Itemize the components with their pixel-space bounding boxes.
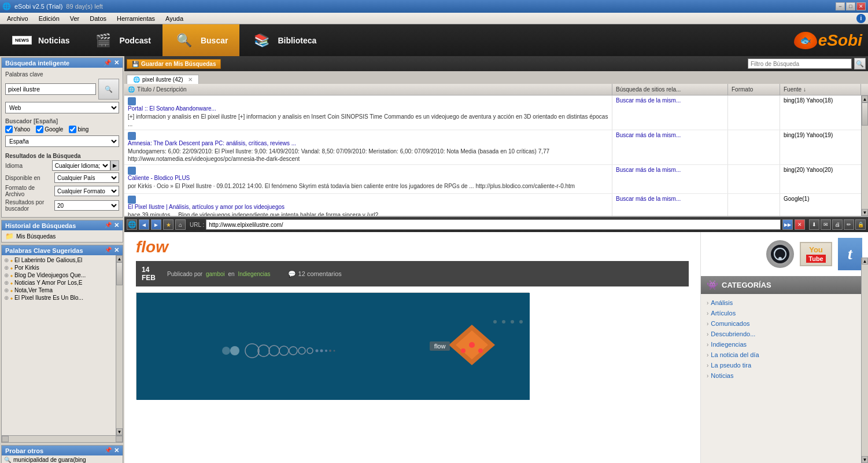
row2-link[interactable]: Caliente - Blodico PLUS bbox=[128, 175, 608, 181]
navigate-button[interactable]: ▶▶ bbox=[782, 219, 793, 230]
kw-item-1[interactable]: ⊕ ⬥ Por Kirkis bbox=[3, 264, 114, 271]
keywords-scrollbar[interactable]: ▲ ▼ bbox=[116, 255, 123, 435]
menu-herramientas[interactable]: Herramientas bbox=[112, 14, 160, 23]
cat-item-1[interactable]: › Artículos bbox=[707, 308, 862, 318]
menu-datos[interactable]: Datos bbox=[85, 14, 111, 23]
tab-buscar[interactable]: 🔍 Buscar bbox=[162, 24, 239, 56]
sidebar-scrollbar[interactable]: ▲ ▼ bbox=[861, 258, 868, 463]
history-pin-icon[interactable]: 📌 bbox=[105, 222, 112, 229]
sidebar-scroll-up[interactable]: ▲ bbox=[862, 258, 868, 264]
menubar: Archivo Edición Ver Datos Herramientas A… bbox=[0, 13, 868, 24]
filter-input[interactable] bbox=[748, 58, 852, 69]
edit-btn[interactable]: ✏ bbox=[844, 219, 854, 230]
post-author-link[interactable]: gamboi bbox=[206, 271, 225, 277]
close-button[interactable]: ✕ bbox=[856, 2, 866, 10]
download-btn[interactable]: ⬇ bbox=[809, 219, 819, 230]
tab-noticias[interactable]: NEWS Noticias bbox=[0, 24, 81, 56]
google-checkbox[interactable] bbox=[36, 126, 43, 133]
lock-btn[interactable]: 🔒 bbox=[855, 219, 866, 230]
try-others-close-icon[interactable]: ✕ bbox=[114, 447, 119, 454]
url-input[interactable] bbox=[206, 219, 781, 230]
cat-item-2[interactable]: › Comunicados bbox=[707, 318, 862, 329]
col-header-search[interactable]: Búsqueda de sitios rela... bbox=[612, 84, 728, 95]
row1-link[interactable]: Amnesia: The Dark Descent para PC: análi… bbox=[128, 140, 608, 146]
cat-item-3[interactable]: › Descubriendo... bbox=[707, 329, 862, 339]
col-header-title[interactable]: 🌐 Título / Descripción bbox=[124, 84, 612, 95]
cat-item-4[interactable]: › Indiegencias bbox=[707, 339, 862, 350]
comments-link[interactable]: 12 comentarios bbox=[298, 270, 342, 277]
cat-item-0[interactable]: › Análisis bbox=[707, 297, 862, 308]
col-header-fuente[interactable]: Fuente ↓ bbox=[780, 84, 861, 95]
country-select[interactable]: España bbox=[5, 135, 119, 147]
tab-podcast[interactable]: 🎬 Podcast bbox=[81, 24, 162, 56]
results-scroll-up[interactable]: ▲ bbox=[862, 95, 868, 102]
search-type-select[interactable]: Web bbox=[5, 102, 119, 113]
idioma-btn[interactable]: ▶ bbox=[110, 160, 119, 171]
cat-item-5[interactable]: › La noticia del día bbox=[707, 350, 862, 360]
smart-search-pin-icon[interactable]: 📌 bbox=[104, 59, 112, 67]
result-icon-0 bbox=[128, 97, 136, 105]
menu-edicion[interactable]: Edición bbox=[34, 14, 64, 23]
kw-item-3[interactable]: ⊕ ⬥ Noticias Y Amor Por Los,E bbox=[3, 279, 114, 286]
disponible-select[interactable]: Cualquier País bbox=[54, 172, 119, 183]
idioma-select[interactable]: Cualquier Idioma; bbox=[52, 160, 110, 171]
row0-link[interactable]: Portal :: El Sotano Abandonware... bbox=[128, 105, 608, 112]
h-scroll-right[interactable] bbox=[116, 436, 123, 442]
row0-search-link[interactable]: Buscar más de la mism... bbox=[616, 97, 724, 104]
scroll-down-btn[interactable]: ▼ bbox=[116, 428, 123, 435]
browser-icon-btn[interactable]: 🌐 bbox=[127, 219, 137, 230]
yahoo-checkbox[interactable] bbox=[5, 126, 13, 133]
print-btn[interactable]: 🖨 bbox=[832, 219, 843, 230]
results-tab-close[interactable]: ✕ bbox=[188, 76, 193, 83]
resultados-select[interactable]: 20 bbox=[54, 200, 119, 211]
stop-button[interactable]: ✕ bbox=[795, 219, 805, 230]
kw-item-4[interactable]: ⊕ ⬥ Nota,Ver Tema bbox=[3, 286, 114, 294]
sidebar-scroll-down[interactable]: ▼ bbox=[862, 456, 868, 463]
home-button[interactable]: ⌂ bbox=[175, 219, 186, 230]
cat-item-7[interactable]: › Noticias bbox=[707, 370, 862, 381]
history-item[interactable]: 📁 Mis Búsquedas bbox=[3, 232, 121, 241]
bing-checkbox[interactable] bbox=[69, 126, 76, 133]
forward-button[interactable]: ► bbox=[151, 219, 161, 230]
star-button[interactable]: ★ bbox=[163, 219, 173, 230]
minimize-button[interactable]: − bbox=[836, 2, 845, 10]
formato-select[interactable]: Cualquier Formato bbox=[54, 186, 119, 196]
history-close-icon[interactable]: ✕ bbox=[114, 222, 119, 229]
kw-item-2[interactable]: ⊕ ⬥ Blog De Videojuegos Que... bbox=[3, 271, 114, 279]
menu-ayuda[interactable]: Ayuda bbox=[161, 14, 188, 23]
search-go-button[interactable]: 🔍 bbox=[854, 58, 866, 69]
row3-search-link[interactable]: Buscar más de la mism... bbox=[616, 196, 724, 202]
browser-action-buttons: ⬇ ✉ 🖨 ✏ 🔒 bbox=[809, 219, 866, 230]
menu-ver[interactable]: Ver bbox=[65, 14, 84, 23]
post-category-link[interactable]: Indiegencias bbox=[238, 271, 270, 277]
smart-search-close-icon[interactable]: ✕ bbox=[114, 59, 119, 67]
tab-biblioteca[interactable]: 📚 Biblioteca bbox=[239, 24, 328, 56]
row3-link[interactable]: El Pixel Ilustre | Análisis, artículos y… bbox=[128, 204, 608, 210]
try-others-pin-icon[interactable]: 📌 bbox=[105, 447, 112, 454]
restore-button[interactable]: □ bbox=[846, 2, 855, 10]
try-item-0[interactable]: 🔍 municipalidad de guara(bing bbox=[2, 455, 123, 463]
steam-icon[interactable] bbox=[766, 240, 794, 268]
keywords-close-icon[interactable]: ✕ bbox=[114, 247, 119, 254]
kw-label-2: Blog De Videojuegos Que... bbox=[14, 272, 86, 278]
keywords-pin-icon[interactable]: 📌 bbox=[105, 247, 112, 254]
kw-item-0[interactable]: ⊕ ⬥ El Laberinto De Galious,El bbox=[3, 256, 114, 264]
row2-search-link[interactable]: Buscar más de la mism... bbox=[616, 167, 724, 173]
col-header-format[interactable]: Formato bbox=[728, 84, 780, 95]
keywords-input[interactable] bbox=[5, 83, 96, 95]
youtube-icon[interactable]: You Tube bbox=[800, 242, 832, 266]
row1-search-link[interactable]: Buscar más de la mism... bbox=[616, 132, 724, 138]
email-btn[interactable]: ✉ bbox=[821, 219, 831, 230]
search-button[interactable]: 🔍 bbox=[98, 79, 119, 100]
scroll-up-btn[interactable]: ▲ bbox=[116, 255, 123, 262]
back-button[interactable]: ◄ bbox=[139, 219, 149, 230]
h-scroll-left[interactable] bbox=[2, 436, 9, 442]
results-tab-active[interactable]: 🌐 pixel ilustre (42) ✕ bbox=[127, 75, 199, 84]
save-search-button[interactable]: 💾 Guardar en Mis Búsquedas bbox=[127, 59, 221, 69]
menu-archivo[interactable]: Archivo bbox=[2, 14, 33, 23]
kw-item-5[interactable]: ⊕ ⬥ El Pixel Ilustre Es Un Blo... bbox=[3, 294, 114, 302]
results-scroll-down[interactable]: ▼ bbox=[862, 209, 868, 216]
tumblr-icon[interactable]: t bbox=[838, 238, 862, 270]
cat-item-6[interactable]: › La pseudo tira bbox=[707, 360, 862, 370]
results-scrollbar[interactable]: ▲ ▼ bbox=[861, 95, 868, 216]
